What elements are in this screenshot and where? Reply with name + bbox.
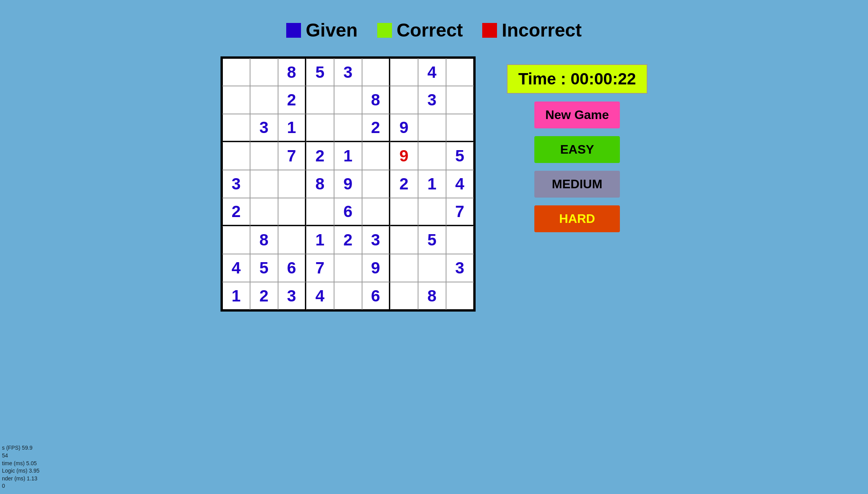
- cell-r2-c8[interactable]: [446, 114, 474, 142]
- cell-r4-c5[interactable]: [362, 170, 390, 198]
- logic-stat: Logic (ms) 3.95: [2, 467, 40, 475]
- cell-r7-c0[interactable]: 4: [222, 254, 250, 282]
- cell-r5-c6[interactable]: [390, 198, 418, 226]
- cell-r1-c8[interactable]: [446, 86, 474, 114]
- cell-r8-c3[interactable]: 4: [306, 282, 334, 310]
- easy-button[interactable]: EASY: [534, 136, 620, 163]
- legend: Given Correct Incorrect: [0, 0, 868, 53]
- cell-r6-c0[interactable]: [222, 226, 250, 254]
- legend-incorrect: Incorrect: [482, 19, 581, 41]
- given-swatch: [286, 23, 301, 38]
- time-stat: time (ms) 5.05: [2, 460, 40, 468]
- cell-r2-c1[interactable]: 3: [250, 114, 278, 142]
- cell-r3-c0[interactable]: [222, 142, 250, 170]
- cell-r3-c2[interactable]: 7: [278, 142, 306, 170]
- cell-r7-c3[interactable]: 7: [306, 254, 334, 282]
- cell-r1-c2[interactable]: 2: [278, 86, 306, 114]
- hard-button[interactable]: HARD: [534, 205, 620, 232]
- cell-r1-c4[interactable]: [334, 86, 362, 114]
- cell-r7-c5[interactable]: 9: [362, 254, 390, 282]
- given-label: Given: [306, 19, 357, 41]
- cell-r6-c3[interactable]: 1: [306, 226, 334, 254]
- cell-r8-c0[interactable]: 1: [222, 282, 250, 310]
- incorrect-label: Incorrect: [502, 19, 581, 41]
- cell-r5-c2[interactable]: [278, 198, 306, 226]
- cell-r4-c3[interactable]: 8: [306, 170, 334, 198]
- cell-r8-c5[interactable]: 6: [362, 282, 390, 310]
- cell-r1-c5[interactable]: 8: [362, 86, 390, 114]
- cell-r3-c5[interactable]: [362, 142, 390, 170]
- cell-r4-c0[interactable]: 3: [222, 170, 250, 198]
- cell-r3-c3[interactable]: 2: [306, 142, 334, 170]
- cell-r1-c0[interactable]: [222, 86, 250, 114]
- cell-r2-c2[interactable]: 1: [278, 114, 306, 142]
- cell-r5-c5[interactable]: [362, 198, 390, 226]
- cell-r5-c3[interactable]: [306, 198, 334, 226]
- cell-r0-c1[interactable]: [250, 58, 278, 86]
- cell-r2-c0[interactable]: [222, 114, 250, 142]
- cell-r6-c7[interactable]: 5: [418, 226, 446, 254]
- cell-r4-c4[interactable]: 9: [334, 170, 362, 198]
- main-area: 8534283312972195389214267812354567931234…: [0, 53, 868, 312]
- cell-r8-c4[interactable]: [334, 282, 362, 310]
- cell-r4-c2[interactable]: [278, 170, 306, 198]
- cell-r4-c7[interactable]: 1: [418, 170, 446, 198]
- cell-r4-c6[interactable]: 2: [390, 170, 418, 198]
- cell-r1-c1[interactable]: [250, 86, 278, 114]
- cell-r8-c6[interactable]: [390, 282, 418, 310]
- cell-r0-c2[interactable]: 8: [278, 58, 306, 86]
- cell-r6-c1[interactable]: 8: [250, 226, 278, 254]
- cell-r2-c7[interactable]: [418, 114, 446, 142]
- cell-r6-c5[interactable]: 3: [362, 226, 390, 254]
- cell-r2-c5[interactable]: 2: [362, 114, 390, 142]
- cell-r2-c6[interactable]: 9: [390, 114, 418, 142]
- correct-label: Correct: [397, 19, 463, 41]
- cell-r3-c8[interactable]: 5: [446, 142, 474, 170]
- cell-r8-c7[interactable]: 8: [418, 282, 446, 310]
- cell-r3-c7[interactable]: [418, 142, 446, 170]
- cell-r8-c8[interactable]: [446, 282, 474, 310]
- cell-r8-c1[interactable]: 2: [250, 282, 278, 310]
- cell-r1-c7[interactable]: 3: [418, 86, 446, 114]
- cell-r0-c8[interactable]: [446, 58, 474, 86]
- cell-r3-c1[interactable]: [250, 142, 278, 170]
- cell-r7-c7[interactable]: [418, 254, 446, 282]
- cell-r8-c2[interactable]: 3: [278, 282, 306, 310]
- cell-r6-c6[interactable]: [390, 226, 418, 254]
- cell-r0-c7[interactable]: 4: [418, 58, 446, 86]
- cell-r4-c8[interactable]: 4: [446, 170, 474, 198]
- cell-r6-c4[interactable]: 2: [334, 226, 362, 254]
- medium-button[interactable]: MEDIUM: [534, 171, 620, 198]
- cell-r4-c1[interactable]: [250, 170, 278, 198]
- cell-r6-c2[interactable]: [278, 226, 306, 254]
- correct-swatch: [377, 23, 392, 38]
- cell-r5-c0[interactable]: 2: [222, 198, 250, 226]
- v2-stat: 0: [2, 482, 40, 490]
- cell-r7-c1[interactable]: 5: [250, 254, 278, 282]
- cell-r0-c3[interactable]: 5: [306, 58, 334, 86]
- cell-r2-c3[interactable]: [306, 114, 334, 142]
- cell-r1-c3[interactable]: [306, 86, 334, 114]
- cell-r7-c2[interactable]: 6: [278, 254, 306, 282]
- sudoku-grid[interactable]: 8534283312972195389214267812354567931234…: [220, 56, 476, 312]
- cell-r3-c6[interactable]: 9: [390, 142, 418, 170]
- cell-r0-c6[interactable]: [390, 58, 418, 86]
- cell-r7-c6[interactable]: [390, 254, 418, 282]
- v1-stat: 54: [2, 452, 40, 460]
- cell-r3-c4[interactable]: 1: [334, 142, 362, 170]
- cell-r0-c4[interactable]: 3: [334, 58, 362, 86]
- cell-r0-c5[interactable]: [362, 58, 390, 86]
- new-game-button[interactable]: New Game: [534, 102, 620, 128]
- cell-r2-c4[interactable]: [334, 114, 362, 142]
- timer-display: Time : 00:00:22: [507, 64, 648, 94]
- cell-r7-c8[interactable]: 3: [446, 254, 474, 282]
- cell-r6-c8[interactable]: [446, 226, 474, 254]
- cell-r5-c1[interactable]: [250, 198, 278, 226]
- cell-r0-c0[interactable]: [222, 58, 250, 86]
- cell-r5-c7[interactable]: [418, 198, 446, 226]
- cell-r5-c4[interactable]: 6: [334, 198, 362, 226]
- cell-r7-c4[interactable]: [334, 254, 362, 282]
- cell-r5-c8[interactable]: 7: [446, 198, 474, 226]
- fps-stat: s (FPS) 59.9: [2, 444, 40, 452]
- cell-r1-c6[interactable]: [390, 86, 418, 114]
